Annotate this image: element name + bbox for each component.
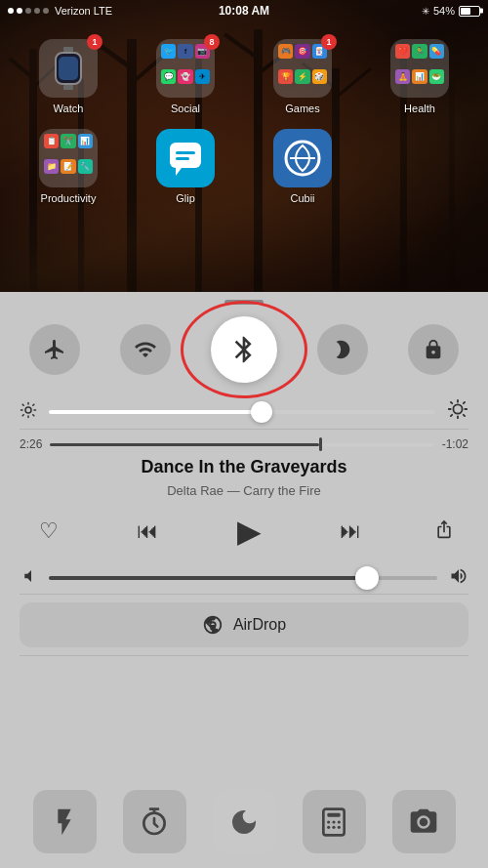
wifi-icon <box>134 338 157 361</box>
share-icon <box>434 519 454 539</box>
productivity-folder[interactable]: 📋 ✂️ 📊 📁 📝 🔧 <box>39 129 98 187</box>
airdrop-icon <box>202 614 224 636</box>
watch-face <box>59 57 78 80</box>
music-like-button[interactable]: ♡ <box>34 514 63 549</box>
game5-mini: ⚡ <box>295 69 309 84</box>
volume-low-icon <box>20 567 37 589</box>
brightness-track[interactable] <box>49 410 435 414</box>
music-play-button[interactable]: ▶ <box>232 508 266 555</box>
battery-icon <box>459 6 480 17</box>
camera-icon <box>408 806 439 838</box>
social-folder-group[interactable]: 8 🐦 f 📷 💬 👻 ✈ Social <box>132 39 239 114</box>
flashlight-icon <box>49 806 80 838</box>
watch-folder-label: Watch <box>54 103 84 114</box>
cc-toggles-row <box>0 309 488 394</box>
health-folder[interactable]: ❤️ 🏃 💊 🧘 📊 🥗 <box>390 39 449 98</box>
bluetooth-container <box>211 316 277 383</box>
svg-point-33 <box>338 825 341 828</box>
brightness-thumb[interactable] <box>251 401 272 423</box>
signal-dot-3 <box>25 8 31 14</box>
games-badge: 1 <box>321 34 337 50</box>
svg-point-30 <box>338 820 341 823</box>
cubii-icon[interactable] <box>273 129 332 187</box>
svg-marker-19 <box>176 168 182 176</box>
productivity-folder-label: Productivity <box>41 192 97 204</box>
divider-2 <box>20 594 468 595</box>
volume-high-icon <box>449 566 468 590</box>
quick-actions-row <box>0 780 488 868</box>
camera-button[interactable] <box>392 790 456 853</box>
calculator-button[interactable] <box>303 790 366 853</box>
flashlight-button[interactable] <box>33 790 97 853</box>
nightshift-icon <box>228 806 260 838</box>
health2-mini: 🏃 <box>412 44 427 59</box>
app-grid: 1 Watch 8 🐦 f 📷 💬 👻 ✈ Social <box>0 29 488 214</box>
game6-mini: 🎲 <box>312 69 327 84</box>
airdrop-button[interactable]: AirDrop <box>20 602 468 647</box>
rotation-lock-icon <box>423 339 444 360</box>
watch-folder-group[interactable]: 1 Watch <box>15 39 122 114</box>
music-progress-track[interactable] <box>50 443 433 446</box>
bluetooth-status-icon: ✳ <box>422 6 429 17</box>
signal-dot-2 <box>17 8 22 14</box>
timer-button[interactable] <box>123 790 186 853</box>
music-remaining: -1:02 <box>442 437 468 451</box>
tg-mini: ✈ <box>195 69 210 84</box>
music-player: 2:26 -1:02 Dance In the Graveyards Delta… <box>0 430 488 562</box>
wifi-toggle[interactable] <box>120 324 171 375</box>
music-rewind-button[interactable]: ⏮ <box>132 514 163 549</box>
volume-track[interactable] <box>49 576 437 580</box>
airplane-toggle[interactable] <box>29 324 80 375</box>
music-artist-album: Delta Rae — Carry the Fire <box>167 483 321 498</box>
music-fastforward-button[interactable]: ⏭ <box>335 514 366 549</box>
facebook-mini: f <box>178 44 192 59</box>
health6-mini: 🥗 <box>429 69 444 84</box>
watch-folder[interactable]: 1 <box>39 39 98 98</box>
glip-svg <box>166 139 205 178</box>
status-bar: Verizon LTE 10:08 AM ✳ 54% <box>0 0 488 21</box>
status-left: Verizon LTE <box>8 5 112 17</box>
rotation-lock-toggle[interactable] <box>408 324 459 375</box>
productivity-folder-group[interactable]: 📋 ✂️ 📊 📁 📝 🔧 Productivity <box>15 129 122 204</box>
volume-thumb[interactable] <box>355 566 379 590</box>
cubii-app-group[interactable]: Cubii <box>249 129 356 204</box>
moon-icon <box>332 339 353 360</box>
glip-icon[interactable] <box>156 129 215 187</box>
carrier-label: Verizon <box>55 5 91 17</box>
battery-percent: 54% <box>433 5 455 17</box>
health1-mini: ❤️ <box>395 44 410 59</box>
games-folder-group[interactable]: 1 🎮 🎯 🃏 🏆 ⚡ 🎲 Games <box>249 39 356 114</box>
games-folder[interactable]: 1 🎮 🎯 🃏 🏆 ⚡ 🎲 <box>273 39 332 98</box>
home-screen: Verizon LTE 10:08 AM ✳ 54% 1 <box>0 0 488 303</box>
snap-mini: 👻 <box>178 69 192 84</box>
prod6-mini: 🔧 <box>78 159 93 174</box>
bluetooth-toggle[interactable] <box>211 316 277 383</box>
game2-mini: 🎯 <box>295 44 309 59</box>
social-folder[interactable]: 8 🐦 f 📷 💬 👻 ✈ <box>156 39 215 98</box>
dnd-toggle[interactable] <box>317 324 368 375</box>
glip-app-group[interactable]: Glip <box>132 129 239 204</box>
svg-rect-18 <box>170 143 201 168</box>
twitter-mini: 🐦 <box>161 44 176 59</box>
music-elapsed: 2:26 <box>20 437 42 451</box>
health4-mini: 🧘 <box>395 69 410 84</box>
volume-slider-row <box>0 562 488 594</box>
svg-point-28 <box>327 820 330 823</box>
music-progress-thumb <box>319 437 322 451</box>
brightness-low-icon <box>20 401 37 423</box>
music-artist: Delta Rae <box>167 483 224 498</box>
whatsapp-mini: 💬 <box>161 69 176 84</box>
svg-rect-20 <box>176 151 195 154</box>
health-folder-group[interactable]: ❤️ 🏃 💊 🧘 📊 🥗 Health <box>366 39 473 114</box>
brightness-fill <box>49 410 262 414</box>
music-controls: ♡ ⏮ ▶ ⏭ <box>20 504 468 558</box>
social-folder-label: Social <box>171 103 200 114</box>
prod4-mini: 📁 <box>44 159 59 174</box>
signal-dot-4 <box>34 8 40 14</box>
svg-rect-21 <box>176 157 189 160</box>
nightshift-button[interactable] <box>213 790 276 853</box>
empty-cell <box>366 129 473 204</box>
music-share-button[interactable] <box>434 519 454 544</box>
signal-dots <box>8 8 49 14</box>
health3-mini: 💊 <box>429 44 444 59</box>
